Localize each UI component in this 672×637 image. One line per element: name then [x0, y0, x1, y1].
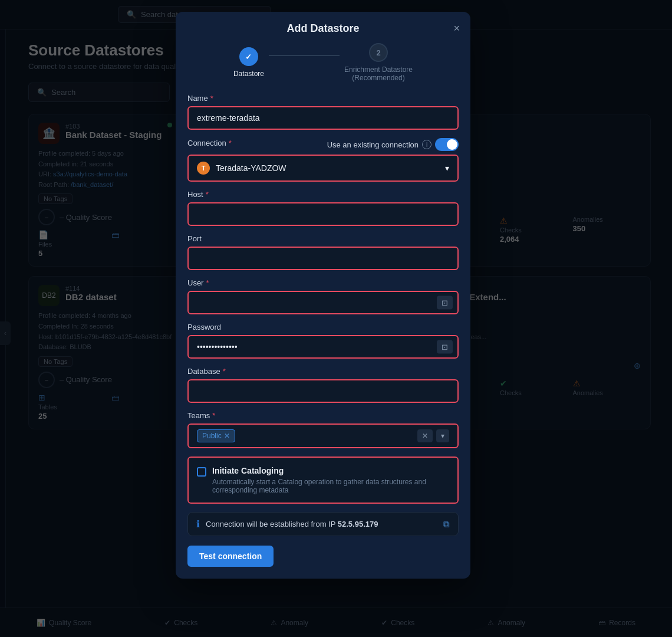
checkbox-title: Initiate Cataloging: [212, 466, 449, 475]
test-connection-button[interactable]: Test connection: [187, 546, 274, 567]
existing-conn-label: Use an existing connection i: [327, 138, 459, 151]
checkbox-row: Initiate Cataloging Automatically start …: [197, 466, 449, 494]
name-input[interactable]: [187, 106, 459, 130]
teams-clear-button[interactable]: ✕: [417, 429, 433, 442]
step-1: ✓ Datastore: [233, 47, 264, 78]
modal-header: Add Datastore ×: [176, 12, 470, 43]
ip-address: 52.5.95.179: [338, 520, 378, 528]
step-1-circle: ✓: [239, 47, 258, 66]
modal-stepper: ✓ Datastore 2 Enrichment Datastore(Recom…: [176, 43, 470, 94]
step-1-label: Datastore: [233, 70, 264, 78]
info-circle-icon: ℹ: [196, 518, 200, 530]
teradata-icon: T: [197, 162, 210, 175]
existing-connection-toggle[interactable]: [435, 138, 459, 151]
name-field-group: Name *: [187, 94, 459, 130]
teams-dropdown-button[interactable]: ▾: [436, 429, 449, 442]
user-input[interactable]: [187, 291, 459, 314]
connection-row: Connection * Use an existing connection …: [187, 138, 459, 151]
port-label: Port: [187, 234, 459, 243]
step-2: 2 Enrichment Datastore(Recommended): [344, 43, 413, 82]
user-label: User *: [187, 278, 459, 287]
team-tag-public: Public ✕: [197, 429, 235, 442]
port-field-group: Port: [187, 234, 459, 270]
checkbox-desc: Automatically start a Catalog operation …: [212, 478, 449, 494]
modal-form: Name * Connection * Use an existing conn…: [176, 94, 470, 504]
connection-label: Connection *: [187, 139, 232, 147]
modal-title: Add Datastore: [286, 22, 359, 35]
toggle-knob: [447, 139, 457, 150]
info-icon-connection: i: [422, 140, 431, 149]
name-label: Name *: [187, 94, 459, 103]
add-datastore-modal: Add Datastore × ✓ Datastore 2 Enrichment…: [176, 12, 470, 579]
team-tag-label: Public: [202, 432, 222, 440]
step-line: [269, 55, 340, 56]
teams-input-area[interactable]: Public ✕ ✕ ▾: [187, 423, 459, 448]
required-star: *: [206, 190, 209, 199]
host-label: Host *: [187, 190, 459, 199]
database-label: Database *: [187, 367, 459, 376]
user-input-wrapper: ⊡: [187, 291, 459, 314]
host-input[interactable]: [187, 202, 459, 226]
password-input[interactable]: [187, 335, 459, 359]
database-field-group: Database *: [187, 367, 459, 403]
connection-info-bar: ℹ Connection will be established from IP…: [187, 512, 459, 536]
initiate-cataloging-checkbox[interactable]: [197, 467, 206, 477]
teams-actions: ✕ ▾: [417, 429, 449, 442]
step-2-label: Enrichment Datastore(Recommended): [344, 65, 413, 82]
teams-field-group: Teams * Public ✕ ✕ ▾: [187, 411, 459, 448]
port-input[interactable]: [187, 247, 459, 270]
teams-label: Teams *: [187, 411, 459, 420]
password-input-wrapper: ⊡: [187, 335, 459, 359]
connection-value: Teradata-YADZOW: [216, 163, 286, 173]
password-action-button[interactable]: ⊡: [437, 340, 453, 354]
password-label: Password: [187, 323, 459, 331]
required-star: *: [210, 94, 213, 103]
modal-close-button[interactable]: ×: [453, 22, 460, 35]
required-star: *: [206, 278, 209, 287]
host-field-group: Host *: [187, 190, 459, 226]
team-tag-remove[interactable]: ✕: [224, 432, 230, 440]
password-field-group: Password ⊡: [187, 323, 459, 359]
connection-select[interactable]: T Teradata-YADZOW ▾: [187, 155, 459, 182]
connection-field-group: Connection * Use an existing connection …: [187, 138, 459, 182]
user-field-group: User * ⊡: [187, 278, 459, 314]
checkbox-content: Initiate Cataloging Automatically start …: [212, 466, 449, 494]
copy-ip-button[interactable]: ⧉: [443, 519, 450, 530]
database-input[interactable]: [187, 379, 459, 403]
step-2-circle: 2: [369, 43, 388, 62]
info-text: Connection will be established from IP 5…: [206, 520, 378, 528]
chevron-down-icon: ▾: [445, 163, 449, 173]
user-action-button[interactable]: ⊡: [437, 296, 453, 310]
required-star: *: [229, 139, 232, 147]
required-star: *: [212, 411, 215, 420]
required-star: *: [223, 367, 226, 376]
initiate-cataloging-area: Initiate Cataloging Automatically start …: [187, 457, 459, 504]
